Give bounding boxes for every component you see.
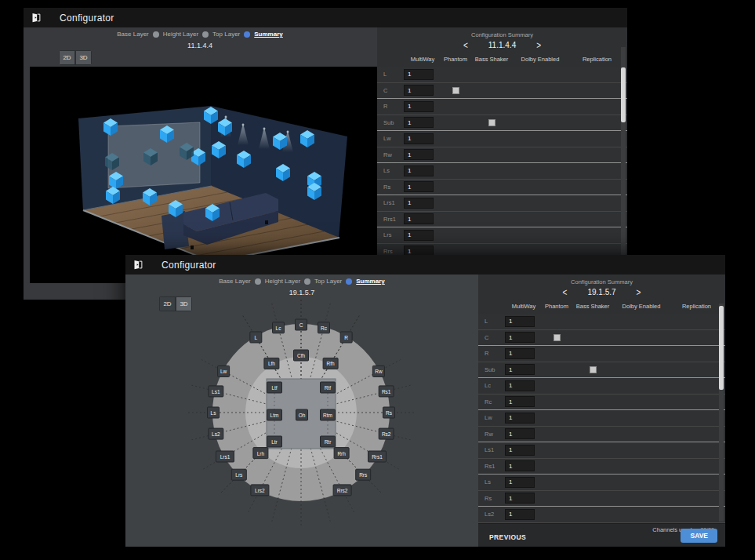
multiway-input-R[interactable] xyxy=(505,348,535,359)
view-2d-button[interactable]: 2D xyxy=(59,50,75,65)
svg-text:Rtm: Rtm xyxy=(323,413,332,418)
multiway-input-Ls2[interactable] xyxy=(505,509,535,520)
table-scrollbar[interactable] xyxy=(719,304,724,522)
multiway-input-L[interactable] xyxy=(404,69,434,80)
table-row-Ls: Ls xyxy=(377,163,627,180)
svg-text:Rrs2: Rrs2 xyxy=(337,488,348,493)
previous-button[interactable]: PREVIOUS xyxy=(485,533,531,542)
scrollbar-thumb[interactable] xyxy=(719,306,724,390)
row-label: Sub xyxy=(383,119,404,126)
table-row-Lrs1: Lrs1 xyxy=(377,195,627,212)
multiway-input-Lc[interactable] xyxy=(505,380,535,391)
config-navigator: < 11.1.4.4 > xyxy=(377,38,627,51)
speaker-chip-Ltm: Ltm xyxy=(267,409,282,420)
exit-door-icon[interactable] xyxy=(31,12,42,24)
svg-text:Rc: Rc xyxy=(321,325,328,331)
row-label: Ls xyxy=(383,167,404,174)
phantom-checkbox[interactable] xyxy=(554,334,561,341)
multiway-input-L[interactable] xyxy=(505,316,535,327)
table-row-R: R xyxy=(377,99,627,115)
multiway-input-Rw[interactable] xyxy=(404,149,434,160)
step-base-layer[interactable]: Base Layer xyxy=(117,31,148,38)
step-dot[interactable] xyxy=(202,31,209,38)
bass-shaker-checkbox[interactable] xyxy=(488,119,495,126)
col-dolby-enabled: Dolby Enabled xyxy=(514,56,567,63)
speaker-chip-Rs: Rs xyxy=(383,407,395,418)
multiway-input-Rrs1[interactable] xyxy=(404,213,434,224)
exit-door-icon[interactable] xyxy=(132,259,144,271)
table-header: MultiWay Phantom Bass Shaker Dolby Enabl… xyxy=(478,298,725,314)
svg-text:Lc: Lc xyxy=(276,325,282,331)
multiway-input-Lrs[interactable] xyxy=(404,230,434,241)
save-button[interactable]: SAVE xyxy=(681,529,717,543)
scrollbar-thumb[interactable] xyxy=(621,67,626,122)
row-label: C xyxy=(485,334,505,341)
multiway-input-Rs[interactable] xyxy=(505,493,535,504)
speaker-chip-Rrs2: Rrs2 xyxy=(333,485,351,496)
multiway-input-Rw[interactable] xyxy=(505,428,535,439)
svg-text:Rs2: Rs2 xyxy=(382,431,391,437)
multiway-input-Ls1[interactable] xyxy=(505,445,535,456)
bass-shaker-checkbox[interactable] xyxy=(590,366,597,373)
table-row-Rrs1: Rrs1 xyxy=(377,212,627,228)
svg-text:Rrs1: Rrs1 xyxy=(372,454,383,460)
multiway-input-Lw[interactable] xyxy=(505,413,535,424)
table-row-L: L xyxy=(377,67,627,83)
row-label: Ls xyxy=(485,478,505,485)
speaker-layout-diagram[interactable]: CLcRcLRLwRwLs1Rs1LsRsLs2Rs2Lrs1Rrs1LrsRr… xyxy=(125,275,478,547)
row-label: Rrs1 xyxy=(383,216,404,223)
multiway-input-Rc[interactable] xyxy=(505,396,535,407)
multiway-input-R[interactable] xyxy=(404,101,434,112)
step-dot[interactable] xyxy=(153,31,159,38)
phantom-checkbox[interactable] xyxy=(452,87,459,94)
svg-text:Ls1: Ls1 xyxy=(212,389,220,395)
speaker-chip-Ltr: Ltr xyxy=(267,436,282,447)
svg-text:Lrs2: Lrs2 xyxy=(255,488,265,493)
svg-text:Oh: Oh xyxy=(299,413,306,418)
speaker-chip-Rw: Rw xyxy=(372,365,384,376)
col-multiway: MultiWay xyxy=(404,56,441,63)
row-label: Rs1 xyxy=(485,463,505,470)
table-row-Lw: Lw xyxy=(478,410,725,427)
prev-config-button[interactable]: < xyxy=(563,286,568,297)
view-3d-button[interactable]: 3D xyxy=(75,50,92,65)
row-label: Rs xyxy=(485,495,505,502)
row-label: Lc xyxy=(485,382,505,389)
svg-text:Lfh: Lfh xyxy=(268,361,275,366)
titlebar: Configurator xyxy=(125,255,725,275)
next-config-button[interactable]: > xyxy=(536,39,541,50)
table-row-Lc: Lc xyxy=(478,378,725,395)
multiway-input-Sub[interactable] xyxy=(505,364,535,375)
table-row-Rs1: Rs1 xyxy=(478,459,725,475)
speaker-chip-Rrs: Rrs xyxy=(356,469,371,480)
table-row-R: R xyxy=(478,346,725,362)
table-scrollbar[interactable] xyxy=(621,47,626,268)
prev-config-button[interactable]: < xyxy=(463,39,468,50)
step-summary[interactable]: Summary xyxy=(254,31,282,38)
speaker-chip-Lrs2: Lrs2 xyxy=(251,485,269,496)
multiway-input-C[interactable] xyxy=(505,332,535,343)
multiway-input-Lw[interactable] xyxy=(404,133,434,144)
room-3d-canvas[interactable] xyxy=(30,67,377,283)
multiway-input-Ls[interactable] xyxy=(404,165,434,176)
table-row-Rc: Rc xyxy=(478,395,725,411)
row-label: C xyxy=(383,87,404,94)
step-height-layer[interactable]: Height Layer xyxy=(163,31,198,38)
multiway-input-Rs1[interactable] xyxy=(505,460,535,471)
speaker-chip-Rrs1: Rrs1 xyxy=(368,451,386,462)
step-dot[interactable] xyxy=(244,31,250,38)
table-row-Rw: Rw xyxy=(478,427,725,443)
multiway-input-Rs[interactable] xyxy=(404,181,434,192)
svg-text:Ls2: Ls2 xyxy=(212,431,220,437)
multiway-input-Ls[interactable] xyxy=(505,477,535,488)
next-config-button[interactable]: > xyxy=(637,286,641,297)
svg-text:Rtf: Rtf xyxy=(325,385,332,391)
row-label: Rw xyxy=(485,431,505,438)
configurator-window-front: Configurator Base LayerHeight LayerTop L… xyxy=(125,255,725,547)
multiway-input-C[interactable] xyxy=(404,85,434,96)
speaker-chip-Ls2: Ls2 xyxy=(209,428,223,439)
multiway-input-Sub[interactable] xyxy=(404,117,434,128)
multiway-input-Lrs1[interactable] xyxy=(404,198,434,209)
step-top-layer[interactable]: Top Layer xyxy=(212,31,240,38)
row-label: Sub xyxy=(485,366,505,373)
